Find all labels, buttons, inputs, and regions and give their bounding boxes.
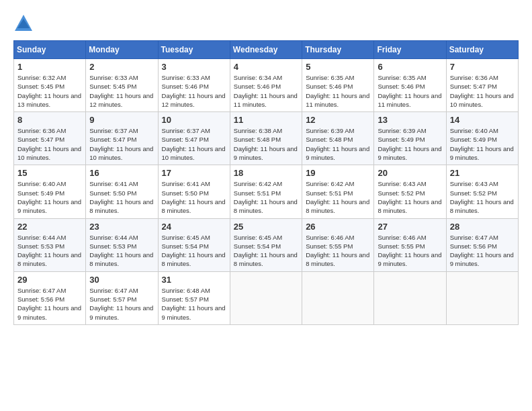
calendar-cell: 19 Sunrise: 6:42 AMSunset: 5:51 PMDaylig… bbox=[302, 165, 374, 218]
day-number: 28 bbox=[450, 222, 515, 232]
calendar-cell: 10 Sunrise: 6:37 AMSunset: 5:47 PMDaylig… bbox=[158, 112, 230, 165]
calendar-cell: 11 Sunrise: 6:38 AMSunset: 5:48 PMDaylig… bbox=[230, 112, 302, 165]
calendar-cell: 2 Sunrise: 6:33 AMSunset: 5:45 PMDayligh… bbox=[86, 59, 158, 112]
day-number: 25 bbox=[234, 222, 298, 232]
day-header-thursday: Thursday bbox=[302, 41, 374, 59]
calendar-cell: 29 Sunrise: 6:47 AMSunset: 5:56 PMDaylig… bbox=[14, 271, 86, 324]
calendar-cell: 13 Sunrise: 6:39 AMSunset: 5:49 PMDaylig… bbox=[374, 112, 446, 165]
day-detail: Sunrise: 6:33 AMSunset: 5:45 PMDaylight:… bbox=[89, 74, 153, 108]
calendar-cell bbox=[446, 271, 518, 324]
day-number: 20 bbox=[378, 168, 442, 178]
calendar-cell: 28 Sunrise: 6:47 AMSunset: 5:56 PMDaylig… bbox=[446, 218, 518, 271]
day-number: 22 bbox=[17, 222, 82, 232]
calendar-week-2: 8 Sunrise: 6:36 AMSunset: 5:47 PMDayligh… bbox=[14, 112, 519, 165]
day-detail: Sunrise: 6:42 AMSunset: 5:51 PMDaylight:… bbox=[234, 180, 298, 214]
day-detail: Sunrise: 6:45 AMSunset: 5:54 PMDaylight:… bbox=[234, 234, 298, 268]
day-number: 4 bbox=[234, 62, 298, 72]
calendar-cell: 8 Sunrise: 6:36 AMSunset: 5:47 PMDayligh… bbox=[14, 112, 86, 165]
day-detail: Sunrise: 6:34 AMSunset: 5:46 PMDaylight:… bbox=[234, 74, 298, 108]
day-header-wednesday: Wednesday bbox=[230, 41, 302, 59]
day-number: 30 bbox=[89, 275, 154, 285]
day-detail: Sunrise: 6:44 AMSunset: 5:53 PMDaylight:… bbox=[17, 234, 81, 268]
day-number: 6 bbox=[378, 62, 442, 72]
day-detail: Sunrise: 6:36 AMSunset: 5:47 PMDaylight:… bbox=[450, 74, 514, 108]
day-header-friday: Friday bbox=[374, 41, 446, 59]
calendar-cell: 14 Sunrise: 6:40 AMSunset: 5:49 PMDaylig… bbox=[446, 112, 518, 165]
day-detail: Sunrise: 6:47 AMSunset: 5:56 PMDaylight:… bbox=[17, 287, 81, 321]
day-detail: Sunrise: 6:45 AMSunset: 5:54 PMDaylight:… bbox=[162, 234, 226, 268]
day-number: 3 bbox=[162, 62, 226, 72]
day-number: 2 bbox=[89, 62, 154, 72]
day-number: 10 bbox=[162, 115, 226, 125]
day-number: 17 bbox=[162, 168, 226, 178]
calendar-table: SundayMondayTuesdayWednesdayThursdayFrid… bbox=[13, 40, 519, 325]
day-detail: Sunrise: 6:32 AMSunset: 5:45 PMDaylight:… bbox=[17, 74, 81, 108]
day-number: 15 bbox=[17, 168, 82, 178]
day-number: 19 bbox=[306, 168, 370, 178]
day-detail: Sunrise: 6:39 AMSunset: 5:49 PMDaylight:… bbox=[378, 127, 441, 161]
day-detail: Sunrise: 6:46 AMSunset: 5:55 PMDaylight:… bbox=[378, 234, 441, 268]
page-header bbox=[13, 13, 519, 34]
day-detail: Sunrise: 6:40 AMSunset: 5:49 PMDaylight:… bbox=[17, 180, 81, 214]
calendar-cell: 26 Sunrise: 6:46 AMSunset: 5:55 PMDaylig… bbox=[302, 218, 374, 271]
day-number: 31 bbox=[162, 275, 226, 285]
day-number: 13 bbox=[378, 115, 442, 125]
day-detail: Sunrise: 6:36 AMSunset: 5:47 PMDaylight:… bbox=[17, 127, 81, 161]
calendar-cell: 24 Sunrise: 6:45 AMSunset: 5:54 PMDaylig… bbox=[158, 218, 230, 271]
calendar-cell: 30 Sunrise: 6:47 AMSunset: 5:57 PMDaylig… bbox=[86, 271, 158, 324]
day-number: 16 bbox=[89, 168, 154, 178]
calendar-cell: 4 Sunrise: 6:34 AMSunset: 5:46 PMDayligh… bbox=[230, 59, 302, 112]
calendar-cell: 23 Sunrise: 6:44 AMSunset: 5:53 PMDaylig… bbox=[86, 218, 158, 271]
calendar-cell: 21 Sunrise: 6:43 AMSunset: 5:52 PMDaylig… bbox=[446, 165, 518, 218]
calendar-cell: 3 Sunrise: 6:33 AMSunset: 5:46 PMDayligh… bbox=[158, 59, 230, 112]
day-detail: Sunrise: 6:46 AMSunset: 5:55 PMDaylight:… bbox=[306, 234, 369, 268]
calendar-cell: 20 Sunrise: 6:43 AMSunset: 5:52 PMDaylig… bbox=[374, 165, 446, 218]
day-detail: Sunrise: 6:43 AMSunset: 5:52 PMDaylight:… bbox=[450, 180, 514, 214]
day-number: 8 bbox=[17, 115, 82, 125]
day-detail: Sunrise: 6:47 AMSunset: 5:56 PMDaylight:… bbox=[450, 234, 514, 268]
day-detail: Sunrise: 6:33 AMSunset: 5:46 PMDaylight:… bbox=[162, 74, 226, 108]
logo-icon bbox=[13, 13, 34, 34]
calendar-cell: 17 Sunrise: 6:41 AMSunset: 5:50 PMDaylig… bbox=[158, 165, 230, 218]
calendar-cell: 25 Sunrise: 6:45 AMSunset: 5:54 PMDaylig… bbox=[230, 218, 302, 271]
day-detail: Sunrise: 6:41 AMSunset: 5:50 PMDaylight:… bbox=[162, 180, 226, 214]
day-detail: Sunrise: 6:39 AMSunset: 5:48 PMDaylight:… bbox=[306, 127, 369, 161]
calendar-cell: 7 Sunrise: 6:36 AMSunset: 5:47 PMDayligh… bbox=[446, 59, 518, 112]
day-number: 18 bbox=[234, 168, 298, 178]
day-detail: Sunrise: 6:44 AMSunset: 5:53 PMDaylight:… bbox=[89, 234, 153, 268]
day-detail: Sunrise: 6:48 AMSunset: 5:57 PMDaylight:… bbox=[162, 287, 226, 321]
calendar-cell: 22 Sunrise: 6:44 AMSunset: 5:53 PMDaylig… bbox=[14, 218, 86, 271]
day-header-tuesday: Tuesday bbox=[158, 41, 230, 59]
day-number: 21 bbox=[450, 168, 515, 178]
day-detail: Sunrise: 6:43 AMSunset: 5:52 PMDaylight:… bbox=[378, 180, 441, 214]
calendar-week-3: 15 Sunrise: 6:40 AMSunset: 5:49 PMDaylig… bbox=[14, 165, 519, 218]
day-detail: Sunrise: 6:35 AMSunset: 5:46 PMDaylight:… bbox=[306, 74, 369, 108]
day-number: 29 bbox=[17, 275, 82, 285]
calendar-week-1: 1 Sunrise: 6:32 AMSunset: 5:45 PMDayligh… bbox=[14, 59, 519, 112]
calendar-cell: 15 Sunrise: 6:40 AMSunset: 5:49 PMDaylig… bbox=[14, 165, 86, 218]
day-number: 24 bbox=[162, 222, 226, 232]
day-number: 26 bbox=[306, 222, 370, 232]
day-detail: Sunrise: 6:38 AMSunset: 5:48 PMDaylight:… bbox=[234, 127, 298, 161]
calendar-cell: 5 Sunrise: 6:35 AMSunset: 5:46 PMDayligh… bbox=[302, 59, 374, 112]
calendar-cell: 12 Sunrise: 6:39 AMSunset: 5:48 PMDaylig… bbox=[302, 112, 374, 165]
calendar-cell bbox=[374, 271, 446, 324]
day-detail: Sunrise: 6:47 AMSunset: 5:57 PMDaylight:… bbox=[89, 287, 153, 321]
calendar-cell: 6 Sunrise: 6:35 AMSunset: 5:46 PMDayligh… bbox=[374, 59, 446, 112]
calendar-cell bbox=[230, 271, 302, 324]
day-number: 14 bbox=[450, 115, 515, 125]
calendar-cell: 31 Sunrise: 6:48 AMSunset: 5:57 PMDaylig… bbox=[158, 271, 230, 324]
day-number: 11 bbox=[234, 115, 298, 125]
day-number: 12 bbox=[306, 115, 370, 125]
day-number: 1 bbox=[17, 62, 82, 72]
calendar-header-row: SundayMondayTuesdayWednesdayThursdayFrid… bbox=[14, 41, 519, 59]
calendar-cell bbox=[302, 271, 374, 324]
day-number: 27 bbox=[378, 222, 442, 232]
calendar-cell: 1 Sunrise: 6:32 AMSunset: 5:45 PMDayligh… bbox=[14, 59, 86, 112]
day-header-monday: Monday bbox=[86, 41, 158, 59]
day-detail: Sunrise: 6:37 AMSunset: 5:47 PMDaylight:… bbox=[162, 127, 226, 161]
calendar-cell: 27 Sunrise: 6:46 AMSunset: 5:55 PMDaylig… bbox=[374, 218, 446, 271]
day-header-sunday: Sunday bbox=[14, 41, 86, 59]
calendar-cell: 9 Sunrise: 6:37 AMSunset: 5:47 PMDayligh… bbox=[86, 112, 158, 165]
day-detail: Sunrise: 6:40 AMSunset: 5:49 PMDaylight:… bbox=[450, 127, 514, 161]
